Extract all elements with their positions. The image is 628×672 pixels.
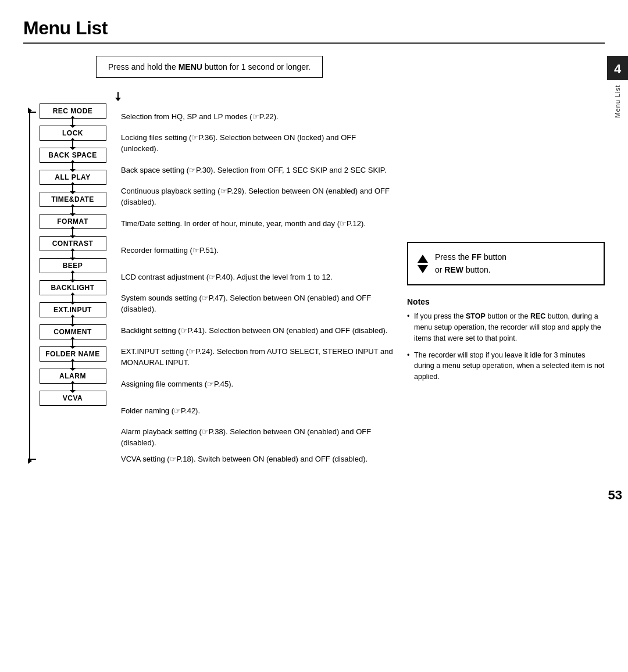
notes-title: Notes [407,297,605,306]
arrow-connector-1 [72,141,73,148]
notes-list: If you press the STOP button or the REC … [407,311,605,383]
left-column: Press and hold the MENU button for 1 sec… [23,56,395,468]
desc-backlight: Backlight setting (☞P.41). Selection bet… [121,317,395,344]
note-item-1: If you press the STOP button or the REC … [407,311,605,344]
menu-items-column: REC MODELOCKBACK SPACEALL PLAYTIME&DATEF… [35,103,110,468]
rew-bold: REW [444,265,463,274]
arrow-connector-7 [72,273,73,280]
ff-rew-text: Press the FF buttonor REW button. [435,251,506,276]
desc-alarm: Alarm playback setting (☞P.38). Selectio… [121,424,395,451]
arrow-connector-10 [72,339,73,346]
ff-bold: FF [472,252,481,262]
desc-back-space: Back space setting (☞P.30). Selection fr… [121,157,395,184]
desc-rec-mode: Selection from HQ, SP and LP modes (☞P.2… [121,103,395,130]
arrow-connector-2 [72,163,73,170]
desc-time-date: Time/Date setting. In order of hour, min… [121,210,395,237]
press-hold-box: Press and hold the MENU button for 1 sec… [96,56,323,78]
right-column: 4 Menu List Press the FF buttonor REW bu… [395,56,605,468]
page-title: Menu List [23,17,605,39]
arrow-connector-9 [72,317,73,324]
main-content: Press and hold the MENU button for 1 sec… [23,56,605,468]
page-number: 53 [608,488,622,503]
arrow-up-icon [418,255,428,263]
ff-rew-section: Press the FF buttonor REW button. [407,242,605,285]
arrow-connector-8 [72,295,73,302]
desc-ext-input: EXT.INPUT setting (☞P.24). Selection fro… [121,344,395,371]
desc-folder-name: Folder naming (☞P.42). [121,398,395,424]
desc-all-play: Continuous playback setting (☞P.29). Sel… [121,184,395,210]
arrow-connector-5 [72,229,73,236]
chapter-label: Menu List [614,85,621,118]
chapter-number: 4 [607,56,628,80]
arrow-connector-12 [72,384,73,391]
arrow-connector-4 [72,207,73,214]
arrow-connector-3 [72,185,73,192]
note-item-2: The recorder will stop if you leave it i… [407,350,605,383]
ff-rew-box: Press the FF buttonor REW button. [407,242,605,285]
ff-rew-arrows [418,255,428,273]
menu-bold: MENU [179,62,202,72]
desc-vcva: VCVA setting (☞P.18). Switch between ON … [121,451,395,468]
descriptions-column: Selection from HQ, SP and LP modes (☞P.2… [110,103,395,468]
notes-section: Notes If you press the STOP button or th… [407,297,605,383]
desc-comment: Assigning file comments (☞P.45). [121,371,395,398]
down-arrow-from-box [115,92,121,101]
arrow-connector-6 [72,251,73,258]
arrow-connector-0 [72,119,73,126]
title-divider [23,42,605,44]
left-bracket [23,103,35,468]
menu-structure: REC MODELOCKBACK SPACEALL PLAYTIME&DATEF… [23,103,395,468]
arrow-connector-11 [72,362,73,369]
desc-beep: System sounds setting (☞P.47). Selection… [121,291,395,317]
desc-lock: Locking files setting (☞P.36). Selection… [121,130,395,157]
arrow-down-icon [418,265,428,273]
desc-format: Recorder formatting (☞P.51). [121,237,395,264]
desc-contrast: LCD contrast adjustment (☞P.40). Adjust … [121,264,395,291]
